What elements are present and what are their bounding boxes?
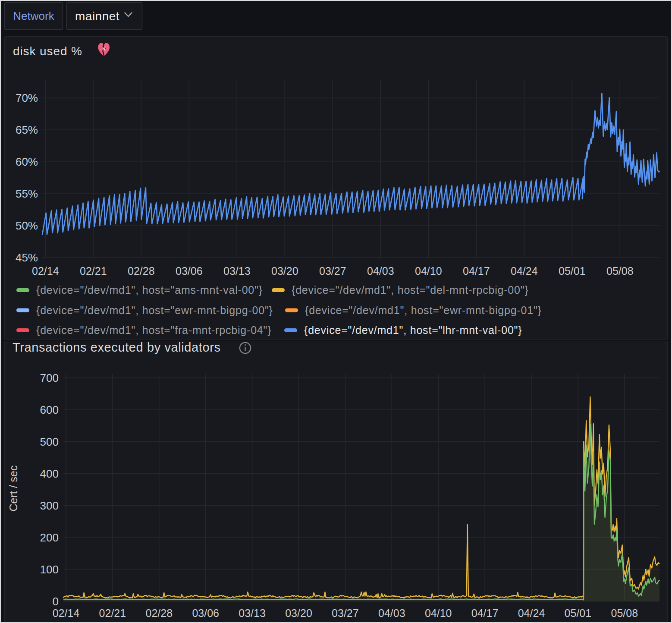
svg-text:04/03: 04/03 (367, 265, 394, 277)
svg-text:03/27: 03/27 (332, 607, 359, 619)
svg-text:05/08: 05/08 (606, 265, 634, 277)
svg-text:02/14: 02/14 (53, 607, 80, 619)
svg-text:02/21: 02/21 (99, 607, 126, 619)
svg-text:03/13: 03/13 (223, 265, 251, 277)
svg-text:70%: 70% (16, 91, 38, 104)
svg-text:400: 400 (40, 467, 59, 480)
svg-text:{device="/dev/md1", host="fra-: {device="/dev/md1", host="fra-mnt-rpcbig… (36, 324, 271, 336)
svg-text:03/13: 03/13 (239, 607, 266, 619)
svg-text:65%: 65% (16, 123, 38, 136)
svg-text:03/06: 03/06 (176, 265, 203, 277)
svg-text:03/20: 03/20 (271, 265, 298, 277)
svg-text:600: 600 (40, 403, 59, 416)
svg-text:05/08: 05/08 (611, 607, 638, 619)
svg-text:60%: 60% (16, 155, 38, 168)
svg-text:03/06: 03/06 (192, 607, 219, 619)
svg-text:50%: 50% (16, 219, 38, 232)
svg-text:500: 500 (40, 435, 59, 448)
svg-text:55%: 55% (16, 187, 38, 200)
svg-text:200: 200 (40, 531, 59, 544)
svg-text:05/01: 05/01 (565, 607, 592, 619)
svg-text:04/10: 04/10 (425, 607, 452, 619)
svg-text:mainnet: mainnet (75, 9, 119, 23)
svg-text:100: 100 (40, 563, 59, 576)
svg-text:Cert / sec: Cert / sec (7, 466, 19, 512)
svg-text:700: 700 (40, 371, 59, 384)
svg-text:04/24: 04/24 (518, 607, 545, 619)
svg-text:0: 0 (53, 595, 59, 608)
svg-text:05/01: 05/01 (559, 265, 586, 277)
svg-text:04/03: 04/03 (378, 607, 405, 619)
svg-text:03/27: 03/27 (319, 265, 346, 277)
svg-text:300: 300 (40, 499, 59, 512)
svg-text:disk used %: disk used % (13, 44, 82, 58)
svg-text:{device="/dev/md1", host="lhr-: {device="/dev/md1", host="lhr-mnt-val-00… (304, 324, 522, 336)
svg-text:Network: Network (13, 9, 54, 22)
svg-text:03/20: 03/20 (285, 607, 312, 619)
svg-text:02/28: 02/28 (146, 607, 173, 619)
svg-text:04/10: 04/10 (415, 265, 442, 277)
svg-text:02/28: 02/28 (128, 265, 155, 277)
svg-text:45%: 45% (16, 251, 38, 264)
svg-text:04/17: 04/17 (471, 607, 499, 619)
svg-text:{device="/dev/md1", host="ewr-: {device="/dev/md1", host="ewr-mnt-bigpg-… (36, 304, 273, 316)
svg-text:02/21: 02/21 (80, 265, 107, 277)
svg-text:Transactions executed by valid: Transactions executed by validators (13, 340, 221, 354)
svg-text:04/17: 04/17 (463, 265, 490, 277)
svg-text:04/24: 04/24 (511, 265, 538, 277)
svg-text:{device="/dev/md1", host="del-: {device="/dev/md1", host="del-mnt-rpcbig… (292, 284, 529, 296)
svg-text:{device="/dev/md1", host="ams-: {device="/dev/md1", host="ams-mnt-val-00… (36, 284, 263, 296)
svg-text:02/14: 02/14 (32, 265, 59, 277)
svg-text:{device="/dev/md1", host="ewr-: {device="/dev/md1", host="ewr-mnt-bigpg-… (305, 304, 542, 316)
